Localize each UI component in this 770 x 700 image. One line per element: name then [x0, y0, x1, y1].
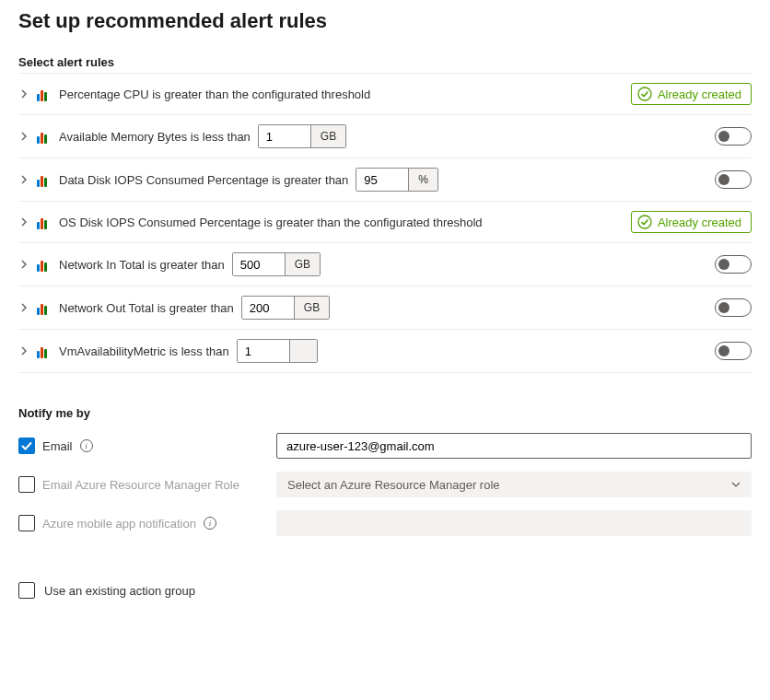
threshold-unit — [289, 340, 317, 362]
chevron-right-icon[interactable] — [18, 345, 29, 356]
threshold-unit: % — [408, 169, 438, 191]
threshold-input[interactable] — [238, 340, 289, 362]
mobile-app-field — [276, 510, 752, 536]
alert-rule-row: Available Memory Bytes is less thanGB — [18, 115, 752, 158]
alert-rule-row: Percentage CPU is greater than the confi… — [18, 74, 752, 115]
rule-label: Network Out Total is greater than — [59, 301, 234, 315]
already-created-badge: Already created — [631, 211, 752, 233]
threshold-input[interactable] — [259, 125, 310, 147]
rule-toggle[interactable] — [715, 127, 752, 146]
rule-label: Network In Total is greater than — [59, 258, 225, 272]
threshold-unit: GB — [310, 125, 345, 147]
threshold-unit: GB — [285, 253, 320, 275]
use-existing-action-group-checkbox[interactable] — [18, 582, 35, 599]
info-icon[interactable]: i — [80, 439, 93, 452]
arm-role-checkbox[interactable] — [18, 476, 35, 493]
mobile-app-checkbox[interactable] — [18, 515, 35, 531]
checkmark-icon — [21, 440, 32, 451]
email-checkbox[interactable] — [18, 438, 35, 454]
select-alert-rules-heading: Select alert rules — [18, 55, 752, 69]
panel-title: Set up recommended alert rules — [18, 9, 327, 33]
alert-rule-row: Data Disk IOPS Consumed Percentage is gr… — [18, 158, 752, 202]
alert-rule-row: VmAvailabilityMetric is less than — [18, 330, 752, 373]
alert-rule-row: Network Out Total is greater thanGB — [18, 286, 752, 330]
notify-me-by-heading: Notify me by — [18, 406, 752, 420]
rule-label: Available Memory Bytes is less than — [59, 130, 251, 144]
rule-toggle[interactable] — [715, 342, 752, 360]
threshold-field: GB — [232, 252, 321, 276]
rule-label: Percentage CPU is greater than the confi… — [59, 88, 370, 101]
email-input[interactable] — [276, 433, 752, 459]
chevron-right-icon[interactable] — [18, 216, 29, 228]
chevron-right-icon[interactable] — [18, 174, 29, 185]
check-circle-icon — [637, 87, 652, 101]
threshold-field: % — [356, 168, 438, 192]
threshold-field — [237, 339, 318, 363]
rule-label: OS Disk IOPS Consumed Percentage is grea… — [59, 216, 483, 229]
threshold-field: GB — [241, 296, 330, 320]
use-existing-action-group-label: Use an existing action group — [44, 584, 195, 598]
close-button[interactable] — [744, 9, 752, 31]
metric-chart-icon — [37, 300, 52, 315]
chevron-right-icon[interactable] — [18, 302, 29, 313]
already-created-badge: Already created — [631, 83, 752, 105]
metric-chart-icon — [37, 172, 52, 187]
check-circle-icon — [637, 215, 652, 229]
threshold-input[interactable] — [242, 297, 294, 319]
arm-role-label: Email Azure Resource Manager Role — [42, 478, 239, 492]
rule-toggle[interactable] — [715, 298, 752, 317]
threshold-input[interactable] — [233, 253, 285, 275]
rule-label: Data Disk IOPS Consumed Percentage is gr… — [59, 173, 348, 187]
arm-role-select[interactable]: Select an Azure Resource Manager role — [276, 472, 752, 497]
arm-role-placeholder: Select an Azure Resource Manager role — [287, 478, 500, 492]
metric-chart-icon — [37, 129, 52, 144]
rule-label: VmAvailabilityMetric is less than — [59, 344, 229, 358]
metric-chart-icon — [37, 257, 52, 272]
threshold-field: GB — [258, 124, 346, 148]
chevron-right-icon[interactable] — [18, 259, 29, 270]
mobile-app-label: Azure mobile app notification — [42, 517, 196, 531]
threshold-input[interactable] — [356, 169, 408, 191]
email-label: Email — [42, 439, 73, 453]
svg-point-2 — [638, 88, 651, 100]
info-icon[interactable]: i — [204, 517, 216, 530]
rule-toggle[interactable] — [715, 255, 752, 274]
chevron-right-icon[interactable] — [18, 88, 29, 99]
threshold-unit: GB — [294, 297, 329, 319]
rule-toggle[interactable] — [715, 170, 752, 189]
alert-rule-row: OS Disk IOPS Consumed Percentage is grea… — [18, 202, 752, 243]
metric-chart-icon — [37, 87, 52, 101]
chevron-right-icon[interactable] — [18, 131, 29, 142]
alert-rule-row: Network In Total is greater thanGB — [18, 243, 752, 286]
chevron-down-icon — [731, 478, 741, 492]
svg-point-3 — [638, 216, 651, 228]
metric-chart-icon — [37, 344, 52, 358]
metric-chart-icon — [37, 215, 52, 229]
